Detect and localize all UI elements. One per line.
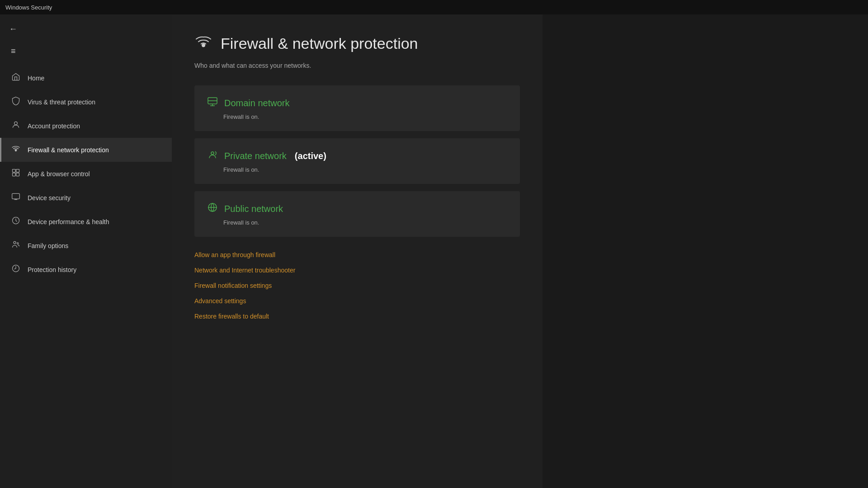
sidebar-item-device-perf[interactable]: Device performance & health	[0, 210, 172, 234]
app-container: ← ≡ Home	[0, 14, 868, 488]
links-section: Allow an app through firewall Network an…	[194, 251, 520, 320]
troubleshooter-link[interactable]: Network and Internet troubleshooter	[194, 267, 520, 274]
right-area	[542, 14, 868, 488]
sidebar-nav: Home Virus & threat protection	[0, 64, 172, 282]
notification-settings-link[interactable]: Firewall notification settings	[194, 282, 520, 289]
sidebar-item-history-label: Protection history	[28, 266, 76, 273]
public-network-card[interactable]: Public network Firewall is on.	[194, 191, 520, 237]
sidebar-item-app-browser[interactable]: App & browser control	[0, 162, 172, 186]
sidebar-item-virus-label: Virus & threat protection	[28, 99, 95, 106]
private-network-status: Firewall is on.	[207, 166, 507, 173]
sidebar-item-home-label: Home	[28, 75, 44, 82]
domain-network-title: Domain network	[224, 98, 290, 108]
sidebar-item-firewall-label: Firewall & network protection	[28, 146, 109, 154]
home-icon	[10, 72, 21, 84]
public-network-icon	[207, 202, 218, 216]
sidebar-item-app-browser-label: App & browser control	[28, 170, 90, 178]
sidebar-item-virus[interactable]: Virus & threat protection	[0, 90, 172, 114]
public-network-title: Public network	[224, 204, 283, 214]
domain-network-header: Domain network	[207, 96, 507, 110]
public-network-header: Public network	[207, 202, 507, 216]
svg-point-9	[17, 243, 19, 244]
family-icon	[10, 240, 21, 251]
device-perf-icon	[10, 216, 21, 227]
person-icon	[10, 120, 21, 131]
svg-rect-3	[16, 169, 19, 173]
app-title: Windows Security	[5, 4, 52, 11]
sidebar-item-family-label: Family options	[28, 242, 68, 249]
private-network-card[interactable]: Private network (active) Firewall is on.	[194, 138, 520, 184]
sidebar-item-firewall[interactable]: Firewall & network protection	[0, 138, 172, 162]
page-subtitle: Who and what can access your networks.	[194, 62, 520, 69]
allow-app-link[interactable]: Allow an app through firewall	[194, 251, 520, 258]
titlebar: Windows Security	[0, 0, 868, 14]
private-network-header: Private network (active)	[207, 149, 507, 163]
sidebar-item-family[interactable]: Family options	[0, 234, 172, 258]
svg-point-11	[202, 44, 205, 47]
svg-point-0	[14, 122, 18, 125]
device-security-icon	[10, 192, 21, 203]
page-header: Firewall & network protection	[194, 33, 520, 55]
svg-rect-2	[13, 169, 16, 173]
main-content: Firewall & network protection Who and wh…	[172, 14, 542, 488]
private-network-icon	[207, 149, 218, 163]
domain-network-icon	[207, 96, 218, 110]
private-network-active: (active)	[295, 151, 326, 161]
sidebar-item-device-security[interactable]: Device security	[0, 186, 172, 210]
menu-button[interactable]: ≡	[9, 45, 18, 58]
sidebar-item-device-security-label: Device security	[28, 194, 71, 202]
sidebar-item-history[interactable]: Protection history	[0, 258, 172, 282]
advanced-settings-link[interactable]: Advanced settings	[194, 297, 520, 305]
wifi-icon	[10, 144, 21, 155]
back-button[interactable]: ←	[7, 23, 19, 36]
restore-default-link[interactable]: Restore firewalls to default	[194, 313, 520, 320]
svg-point-8	[14, 241, 16, 244]
public-network-status: Firewall is on.	[207, 219, 507, 226]
domain-network-status: Firewall is on.	[207, 113, 507, 120]
svg-rect-6	[12, 193, 20, 199]
sidebar-top: ←	[0, 14, 172, 40]
page-title: Firewall & network protection	[221, 35, 418, 52]
history-icon	[10, 264, 21, 275]
svg-point-1	[15, 150, 17, 151]
sidebar-item-account[interactable]: Account protection	[0, 114, 172, 138]
page-header-icon	[194, 33, 212, 55]
app-browser-icon	[10, 168, 21, 179]
private-network-title: Private network	[224, 151, 287, 161]
domain-network-card[interactable]: Domain network Firewall is on.	[194, 85, 520, 131]
sidebar-item-home[interactable]: Home	[0, 66, 172, 90]
sidebar-item-account-label: Account protection	[28, 122, 80, 130]
svg-rect-4	[13, 173, 16, 176]
sidebar-item-device-perf-label: Device performance & health	[28, 218, 109, 225]
svg-point-13	[211, 152, 214, 155]
svg-rect-5	[16, 173, 19, 176]
sidebar: ← ≡ Home	[0, 14, 172, 488]
shield-icon	[10, 96, 21, 108]
